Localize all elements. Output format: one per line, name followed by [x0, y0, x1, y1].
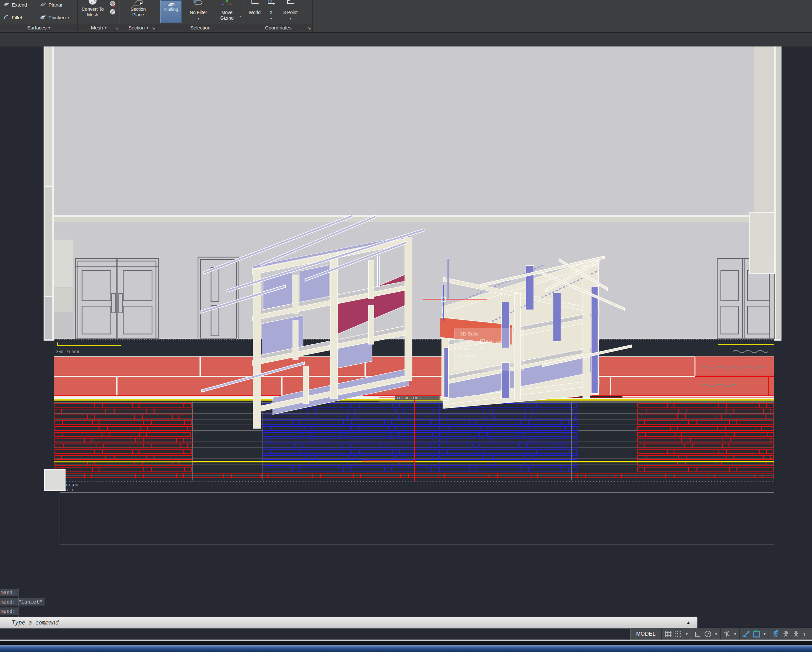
three-point-axis-icon	[279, 0, 301, 6]
smooth-object-icon[interactable]	[109, 1, 116, 7]
ribbon-panel-section: Section Plane Section▾ ↘	[120, 0, 157, 31]
model-space-group: MODEL	[630, 628, 662, 640]
ribbon-panel-selection: Culling No Filter ▾ Move Gizmo ▾ Selecti…	[157, 0, 244, 31]
annotation-scale-value[interactable]: 1	[803, 631, 806, 637]
planar-button[interactable]: Planar	[40, 2, 63, 8]
ortho-mode-icon[interactable]	[693, 630, 701, 638]
command-history-expand-icon[interactable]: ▲	[686, 620, 690, 625]
datum-line-white	[379, 401, 774, 402]
section-plane-button[interactable]: Section Plane	[125, 0, 152, 18]
linetype-sample-icon	[480, 356, 491, 356]
object-snap-icon[interactable]	[752, 630, 760, 638]
ribbon: Extend Fillet Planar Thicken ▾ Surfaces▾	[0, 0, 812, 33]
x-dropdown-icon[interactable]: ▾	[270, 17, 272, 20]
annotation-scale-icon[interactable]	[792, 630, 800, 638]
grid-group: ▼	[662, 628, 691, 640]
surfaces-panel-label[interactable]: Surfaces▾	[0, 24, 77, 31]
band-left-label: 2ND FLOOR	[56, 350, 79, 354]
drawing-canvas[interactable]: 2ND FLOOR	[0, 46, 812, 617]
tooltip-color-label: Color	[460, 339, 480, 344]
move-gizmo-icon	[215, 0, 239, 6]
move-gizmo-button[interactable]: Move Gizmo	[215, 0, 239, 21]
drawing-viewport: 2ND FLOOR	[0, 46, 812, 617]
planar-icon	[40, 2, 46, 8]
polar-dropdown-icon[interactable]: ▼	[714, 632, 718, 636]
left-edge-block	[44, 470, 65, 491]
thicken-button[interactable]: Thicken ▾	[40, 14, 69, 21]
culling-toggle-button[interactable]: Culling	[160, 0, 182, 23]
lower-panel: WALL 1	[60, 488, 774, 545]
bylayer-swatch-icon	[480, 340, 485, 344]
extend-button[interactable]: Extend	[3, 2, 27, 8]
annotation-visibility-icon[interactable]	[771, 630, 779, 638]
isoplane-icon[interactable]	[723, 630, 731, 638]
selection-panel-label[interactable]: Selection	[157, 24, 244, 31]
three-point-ucs-button[interactable]: 3 Point ▾	[279, 0, 301, 21]
red-centerline	[414, 397, 415, 481]
status-bar: MODEL ▼ ▼ ▼ ▼ 1	[630, 628, 812, 640]
command-placeholder: Type a command	[12, 619, 59, 626]
unsmooth-object-icon[interactable]	[109, 9, 116, 15]
extend-icon	[3, 2, 10, 8]
mesh-panel-label[interactable]: Mesh▾ ↘	[78, 24, 120, 31]
command-history-line: mand: *Cancel*	[0, 598, 44, 606]
chevron-down-icon: ▾	[147, 26, 148, 29]
command-input-bar[interactable]: Type a command ▲	[0, 617, 698, 628]
section-plane-icon	[125, 0, 152, 6]
osnap-tracking-icon[interactable]	[742, 630, 750, 638]
convert-to-mesh-button[interactable]: Convert To Mesh	[79, 0, 106, 18]
svg-text:X: X	[270, 0, 272, 3]
overlap-block	[749, 212, 774, 274]
elevation-sheet	[44, 46, 781, 341]
x-axis-icon: X	[266, 0, 276, 6]
osnap-dropdown-icon[interactable]: ▼	[763, 632, 766, 636]
ortho-polar-group: ▼	[691, 628, 720, 640]
ribbon-panel-mesh: Convert To Mesh Mesh▾ ↘	[78, 0, 120, 31]
dark-band: 2ND FLOOR	[54, 339, 774, 356]
tooltip-title: 3D Solid	[460, 331, 524, 337]
convert-to-mesh-icon	[79, 0, 106, 6]
command-history-line: mand:	[0, 589, 18, 596]
coordinates-dialog-launcher-icon[interactable]: ↘	[308, 26, 311, 30]
grid-dropdown-icon[interactable]: ▼	[685, 632, 688, 636]
tooltip-linetype-label: Linetype	[460, 353, 480, 358]
model-button[interactable]: MODEL	[633, 631, 659, 637]
culling-icon	[161, 0, 182, 6]
osnap-group: ▼	[740, 628, 769, 640]
snap-mode-icon[interactable]	[664, 630, 672, 638]
grid-display-icon[interactable]	[675, 630, 682, 638]
no-filter-icon	[186, 0, 211, 6]
tooltip-layer-value: 0	[480, 346, 482, 351]
ribbon-panel-surfaces: Extend Fillet Planar Thicken ▾ Surfaces▾	[0, 0, 78, 31]
hatch-band: FLOOR LEVEL	[54, 396, 774, 484]
ribbon-gap	[0, 33, 812, 46]
ribbon-panel-coordinates: World X X ▾ 3 Point ▾ Coordinates ↘	[244, 0, 313, 31]
command-guide-line	[18, 588, 19, 617]
floor-level-label: FLOOR LEVEL	[397, 396, 422, 400]
taskbar-edge	[0, 645, 812, 652]
autoscale-icon[interactable]	[782, 630, 790, 638]
tile-band	[54, 356, 774, 399]
rollover-tooltip: 3D Solid Color ByLayer Layer 0 Linetype	[455, 328, 524, 371]
mesh-dialog-launcher-icon[interactable]: ↘	[115, 26, 119, 30]
no-filter-button[interactable]: No Filter ▾	[186, 0, 211, 21]
isoplane-group: ▼	[720, 628, 740, 640]
section-panel-label[interactable]: Section▾ ↘	[120, 24, 157, 31]
tooltip-color-value: ByLayer	[486, 339, 502, 344]
thicken-dropdown-icon[interactable]: ▾	[68, 16, 69, 19]
world-ucs-button[interactable]: World	[246, 0, 264, 15]
polar-tracking-icon[interactable]	[704, 630, 712, 638]
three-point-dropdown-icon[interactable]: ▾	[290, 17, 291, 20]
section-dialog-launcher-icon[interactable]: ↘	[152, 26, 155, 30]
fillet-button[interactable]: Fillet	[3, 14, 22, 21]
chevron-down-icon: ▾	[49, 26, 50, 29]
coordinates-panel-label[interactable]: Coordinates ↘	[244, 24, 312, 31]
ucs-axis-icon	[246, 0, 264, 6]
command-history-line: mand:	[0, 608, 18, 615]
isoplane-dropdown-icon[interactable]: ▼	[733, 632, 737, 636]
x-ucs-button[interactable]: X X ▾	[266, 0, 276, 21]
annotation-group: 1	[769, 628, 808, 640]
no-filter-dropdown-icon[interactable]: ▾	[197, 17, 199, 20]
thicken-icon	[40, 14, 46, 21]
move-gizmo-dropdown-icon[interactable]: ▾	[239, 14, 241, 18]
